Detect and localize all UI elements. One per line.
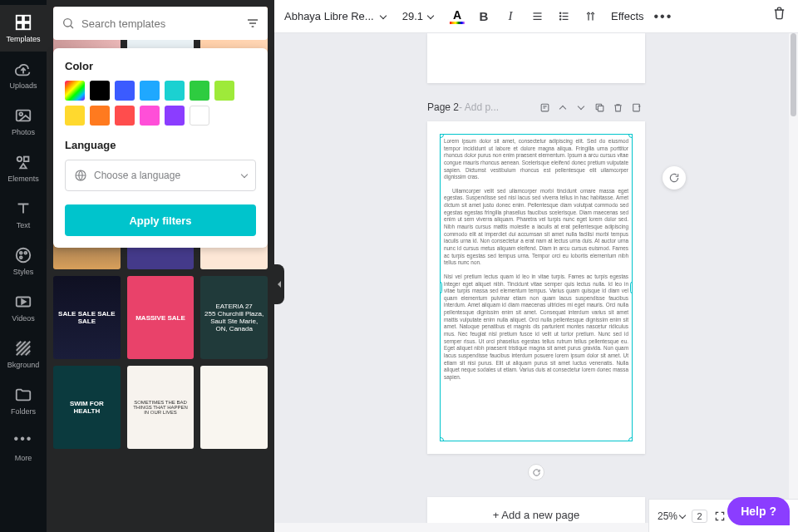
duplicate-icon[interactable] <box>590 98 608 116</box>
spacing-button[interactable] <box>579 6 601 27</box>
template-thumb[interactable]: EATERIA 27 255 Churchill Plaza, Sault St… <box>200 276 268 359</box>
svg-point-11 <box>20 256 22 259</box>
svg-point-9 <box>20 252 22 254</box>
filter-card: Color Language Choose a language <box>53 48 268 248</box>
move-up-icon[interactable] <box>554 98 572 116</box>
font-size-select[interactable]: 29.1 <box>402 10 433 22</box>
svg-rect-1 <box>24 16 30 22</box>
swatch[interactable] <box>115 106 135 126</box>
swatch-rainbow[interactable] <box>65 81 85 101</box>
text-toolbar: Abhaya Libre Re... 29.1 A B I Effects ••… <box>274 0 798 33</box>
scrollbar-thumb[interactable] <box>791 33 796 116</box>
resize-handle[interactable] <box>630 282 633 293</box>
rail-templates[interactable]: Templates <box>0 5 47 52</box>
editor-main: Abhaya Libre Re... 29.1 A B I Effects ••… <box>274 0 798 532</box>
svg-rect-3 <box>24 23 30 29</box>
zoom-select[interactable]: 25% <box>658 510 685 522</box>
swatch[interactable] <box>115 81 135 101</box>
chevron-down-icon <box>241 171 248 178</box>
resize-handle[interactable] <box>628 134 633 138</box>
swatch[interactable] <box>90 81 110 101</box>
search-input[interactable] <box>81 17 246 30</box>
resize-handle[interactable] <box>628 437 633 441</box>
svg-rect-0 <box>17 16 22 22</box>
template-thumb[interactable] <box>200 366 268 449</box>
swatch[interactable] <box>190 106 209 126</box>
page-2-header: Page 2 - Add p... <box>427 98 645 116</box>
chevron-down-icon <box>427 12 434 18</box>
templates-panel: Before and After LETTER MIX-UP! HALLASEE… <box>47 0 274 532</box>
language-heading: Language <box>65 139 256 151</box>
rail-elements[interactable]: Elements <box>0 145 47 191</box>
swatch[interactable] <box>165 106 185 126</box>
rail-text[interactable]: Text <box>0 191 47 238</box>
swatch[interactable] <box>90 106 110 126</box>
effects-button[interactable]: Effects <box>611 10 644 22</box>
svg-rect-4 <box>17 111 31 121</box>
svg-point-15 <box>559 12 560 13</box>
filter-icon[interactable] <box>246 17 259 30</box>
template-thumb[interactable]: SWIM FOR HEALTH <box>53 366 121 449</box>
resize-handle[interactable] <box>440 282 442 293</box>
template-thumb[interactable]: SOMETIMES THE BAD THINGS THAT HAPPEN IN … <box>127 366 195 449</box>
rail-folders[interactable]: Folders <box>0 377 47 424</box>
left-rail: Templates Uploads Photos Elements Text S… <box>0 0 47 532</box>
notes-icon[interactable] <box>535 98 554 116</box>
add-page-icon[interactable] <box>627 98 645 116</box>
svg-point-17 <box>559 19 560 20</box>
svg-rect-2 <box>17 23 22 29</box>
color-heading: Color <box>65 60 256 72</box>
language-select[interactable]: Choose a language <box>65 160 256 191</box>
rail-videos[interactable]: Videos <box>0 284 47 331</box>
resize-handle[interactable] <box>440 437 444 441</box>
fullscreen-icon[interactable] <box>714 510 726 522</box>
font-color-button[interactable]: A <box>446 9 468 24</box>
help-button[interactable]: Help ? <box>727 497 790 525</box>
swatch[interactable] <box>140 81 160 101</box>
add-title-hint[interactable]: - Add p... <box>459 101 499 113</box>
vertical-scrollbar[interactable] <box>789 33 798 499</box>
page-2-canvas[interactable]: Lorem ipsum dolor sit amet, consectetur … <box>427 121 645 454</box>
list-button[interactable] <box>553 6 574 27</box>
swatch[interactable] <box>65 106 85 126</box>
delete-page-icon[interactable] <box>608 98 627 116</box>
chevron-down-icon <box>379 12 386 18</box>
template-thumb[interactable]: MASSIVE SALE <box>127 276 195 359</box>
rail-more[interactable]: •••More <box>0 424 47 470</box>
color-swatches <box>65 81 256 126</box>
template-thumb[interactable]: SALE SALE SALE SALE <box>53 276 121 359</box>
page-count-button[interactable]: 2 <box>692 510 707 523</box>
page-rotate-button[interactable] <box>663 166 686 190</box>
page-1-preview[interactable] <box>427 33 645 83</box>
svg-point-13 <box>64 19 71 27</box>
svg-rect-20 <box>633 104 639 111</box>
globe-icon <box>74 169 87 182</box>
canvas-scroll[interactable]: Page 2 - Add p... Lorem ipsum dolor sit … <box>274 33 798 532</box>
bold-button[interactable]: B <box>473 6 495 27</box>
font-family-select[interactable]: Abhaya Libre Re... <box>284 10 386 22</box>
rotate-handle[interactable] <box>528 464 544 480</box>
panel-collapse-button[interactable] <box>274 264 284 304</box>
move-down-icon[interactable] <box>572 98 590 116</box>
svg-point-16 <box>559 16 560 17</box>
svg-point-5 <box>19 112 22 116</box>
italic-button[interactable]: I <box>500 6 521 27</box>
svg-point-10 <box>24 252 27 254</box>
svg-rect-7 <box>24 157 28 162</box>
more-button[interactable]: ••• <box>654 9 673 24</box>
align-button[interactable] <box>526 6 548 27</box>
apply-filters-button[interactable]: Apply filters <box>65 204 256 236</box>
rail-uploads[interactable]: Uploads <box>0 52 47 98</box>
swatch[interactable] <box>214 81 234 101</box>
svg-rect-19 <box>598 106 603 111</box>
horizontal-scrollbar[interactable] <box>274 523 648 532</box>
swatch[interactable] <box>140 106 160 126</box>
svg-point-8 <box>17 249 31 263</box>
selected-text-frame[interactable]: Lorem ipsum dolor sit amet, consectetur … <box>440 134 633 441</box>
delete-button[interactable] <box>772 6 786 22</box>
swatch[interactable] <box>165 81 185 101</box>
rail-styles[interactable]: Styles <box>0 238 47 284</box>
rail-background[interactable]: Bkground <box>0 331 47 377</box>
swatch[interactable] <box>190 81 209 101</box>
rail-photos[interactable]: Photos <box>0 98 47 145</box>
